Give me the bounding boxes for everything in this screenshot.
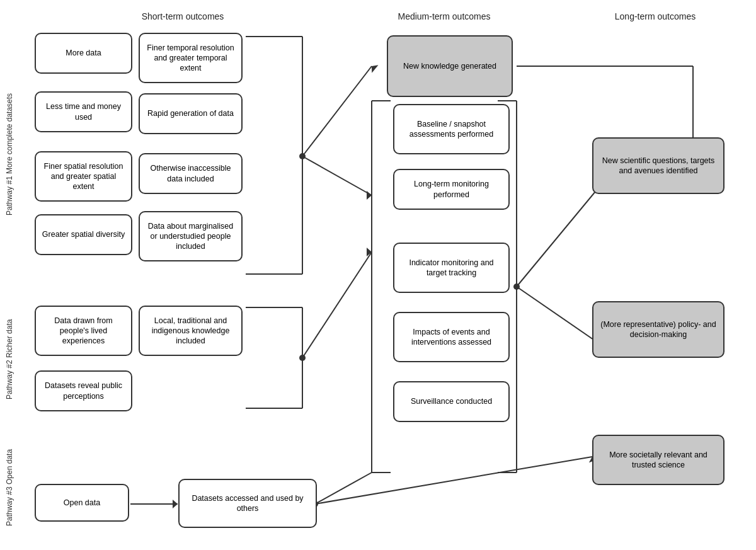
box-more-data: More data (35, 33, 132, 74)
svg-line-4 (302, 66, 372, 156)
box-open-data: Open data (35, 484, 129, 522)
pathway-2-label: Pathway #2 Richer data (5, 296, 30, 422)
box-societally: More societally relevant and trusted sci… (592, 435, 724, 485)
svg-point-11 (299, 355, 306, 361)
svg-line-34 (315, 473, 372, 504)
svg-line-12 (302, 252, 372, 358)
box-impacts: Impacts of events and interventions asse… (393, 312, 510, 362)
header-medium-term: Medium-term outcomes (365, 11, 523, 21)
box-less-time: Less time and money used (35, 91, 132, 132)
box-surveillance: Surveillance conducted (393, 381, 510, 422)
svg-marker-30 (173, 500, 178, 508)
svg-point-3 (299, 153, 306, 159)
svg-line-6 (302, 156, 372, 195)
svg-line-23 (517, 287, 602, 345)
box-finer-temporal: Finer temporal resolution and greater te… (139, 33, 243, 83)
box-finer-spatial: Finer spatial resolution and greater spa… (35, 151, 132, 202)
header-long-term: Long-term outcomes (580, 11, 731, 21)
box-new-scientific: New scientific questions, targets and av… (592, 137, 724, 194)
box-local-trad: Local, traditional and indigenous knowle… (139, 306, 243, 356)
box-data-marginalised: Data about marginalised or understudied … (139, 211, 243, 261)
box-datasets-accessed: Datasets accessed and used by others (178, 479, 317, 528)
svg-line-21 (517, 184, 602, 287)
box-representative: (More representative) policy- and decisi… (592, 301, 724, 358)
svg-line-31 (315, 457, 592, 504)
diagram: Short-term outcomes Medium-term outcomes… (0, 0, 756, 550)
box-data-lived: Data drawn from people's lived experienc… (35, 306, 132, 356)
box-new-knowledge: New knowledge generated (387, 35, 513, 97)
svg-marker-5 (369, 62, 379, 73)
box-indicator: Indicator monitoring and target tracking (393, 243, 510, 293)
box-datasets-reveal: Datasets reveal public perceptions (35, 370, 132, 411)
box-baseline: Baseline / snapshot assessments performe… (393, 104, 510, 154)
box-rapid-gen: Rapid generation of data (139, 93, 243, 134)
svg-marker-13 (367, 248, 372, 256)
header-short-term: Short-term outcomes (38, 11, 328, 21)
box-otherwise: Otherwise inaccessible data included (139, 153, 243, 194)
box-greater-spatial: Greater spatial diversity (35, 214, 132, 255)
svg-point-20 (513, 284, 520, 290)
pathway-1-label: Pathway #1 More complete datasets (5, 35, 30, 274)
box-long-term-monitoring: Long-term monitoring performed (393, 169, 510, 210)
svg-marker-7 (367, 191, 372, 200)
pathway-3-label: Pathway #3 Open data (5, 476, 30, 526)
